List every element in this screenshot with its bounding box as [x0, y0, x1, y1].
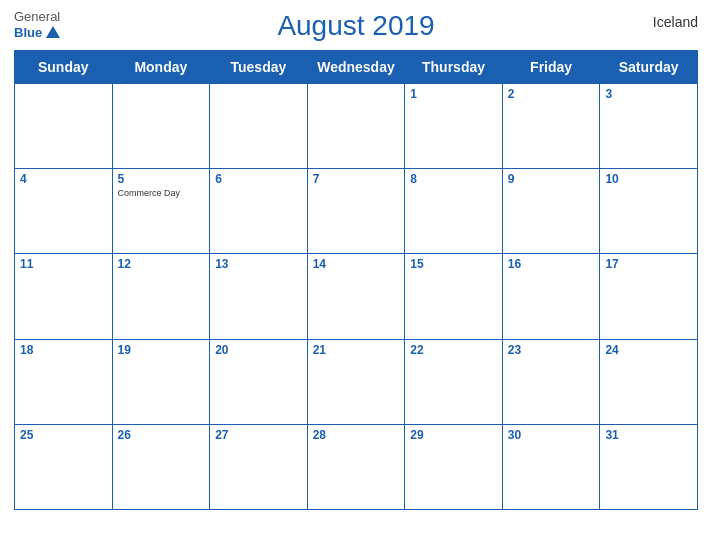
calendar-cell: 25: [15, 424, 113, 509]
calendar-cell: 31: [600, 424, 698, 509]
calendar-cell: 2: [502, 84, 600, 169]
calendar-header: General Blue August 2019 Iceland: [14, 10, 698, 42]
calendar-body: 12345Commerce Day67891011121314151617181…: [15, 84, 698, 510]
logo-icon: [44, 24, 62, 42]
calendar-week-row: 18192021222324: [15, 339, 698, 424]
day-number: 24: [605, 343, 692, 357]
day-number: 29: [410, 428, 497, 442]
day-number: 18: [20, 343, 107, 357]
calendar-cell: 30: [502, 424, 600, 509]
svg-marker-0: [46, 26, 60, 38]
day-number: 21: [313, 343, 400, 357]
calendar-cell: 11: [15, 254, 113, 339]
calendar-cell: 6: [210, 169, 308, 254]
weekday-header-row: Sunday Monday Tuesday Wednesday Thursday…: [15, 51, 698, 84]
logo-area: General Blue: [14, 10, 62, 42]
day-number: 22: [410, 343, 497, 357]
day-number: 15: [410, 257, 497, 271]
calendar-cell: 3: [600, 84, 698, 169]
calendar-week-row: 25262728293031: [15, 424, 698, 509]
day-number: 6: [215, 172, 302, 186]
day-number: 9: [508, 172, 595, 186]
calendar-cell: [15, 84, 113, 169]
day-number: 25: [20, 428, 107, 442]
logo-blue: Blue: [14, 26, 42, 40]
calendar-week-row: 123: [15, 84, 698, 169]
day-number: 1: [410, 87, 497, 101]
day-number: 5: [118, 172, 205, 186]
calendar-cell: 23: [502, 339, 600, 424]
day-number: 17: [605, 257, 692, 271]
weekday-thursday: Thursday: [405, 51, 503, 84]
day-number: 3: [605, 87, 692, 101]
calendar-cell: 16: [502, 254, 600, 339]
event-label: Commerce Day: [118, 188, 205, 198]
day-number: 4: [20, 172, 107, 186]
calendar-cell: 12: [112, 254, 210, 339]
day-number: 13: [215, 257, 302, 271]
calendar-container: General Blue August 2019 Iceland Sunday …: [0, 0, 712, 550]
day-number: 12: [118, 257, 205, 271]
day-number: 30: [508, 428, 595, 442]
calendar-cell: 18: [15, 339, 113, 424]
calendar-title: August 2019: [277, 10, 434, 42]
day-number: 23: [508, 343, 595, 357]
day-number: 26: [118, 428, 205, 442]
calendar-cell: [112, 84, 210, 169]
day-number: 20: [215, 343, 302, 357]
calendar-table: Sunday Monday Tuesday Wednesday Thursday…: [14, 50, 698, 510]
day-number: 14: [313, 257, 400, 271]
calendar-cell: 29: [405, 424, 503, 509]
calendar-cell: 24: [600, 339, 698, 424]
day-number: 31: [605, 428, 692, 442]
weekday-monday: Monday: [112, 51, 210, 84]
calendar-cell: 20: [210, 339, 308, 424]
calendar-cell: 15: [405, 254, 503, 339]
day-number: 7: [313, 172, 400, 186]
calendar-cell: 28: [307, 424, 405, 509]
calendar-cell: 5Commerce Day: [112, 169, 210, 254]
weekday-friday: Friday: [502, 51, 600, 84]
calendar-cell: 17: [600, 254, 698, 339]
day-number: 2: [508, 87, 595, 101]
calendar-week-row: 45Commerce Day678910: [15, 169, 698, 254]
logo-general: General: [14, 10, 60, 24]
calendar-cell: 26: [112, 424, 210, 509]
calendar-cell: 13: [210, 254, 308, 339]
calendar-cell: 8: [405, 169, 503, 254]
day-number: 8: [410, 172, 497, 186]
calendar-cell: 19: [112, 339, 210, 424]
calendar-cell: 7: [307, 169, 405, 254]
calendar-cell: [210, 84, 308, 169]
day-number: 11: [20, 257, 107, 271]
weekday-wednesday: Wednesday: [307, 51, 405, 84]
weekday-sunday: Sunday: [15, 51, 113, 84]
calendar-cell: 27: [210, 424, 308, 509]
country-label: Iceland: [653, 14, 698, 30]
day-number: 16: [508, 257, 595, 271]
calendar-cell: 4: [15, 169, 113, 254]
calendar-cell: 21: [307, 339, 405, 424]
calendar-cell: 9: [502, 169, 600, 254]
calendar-cell: [307, 84, 405, 169]
weekday-tuesday: Tuesday: [210, 51, 308, 84]
calendar-cell: 1: [405, 84, 503, 169]
day-number: 10: [605, 172, 692, 186]
calendar-cell: 10: [600, 169, 698, 254]
day-number: 27: [215, 428, 302, 442]
weekday-saturday: Saturday: [600, 51, 698, 84]
day-number: 19: [118, 343, 205, 357]
calendar-cell: 14: [307, 254, 405, 339]
day-number: 28: [313, 428, 400, 442]
calendar-cell: 22: [405, 339, 503, 424]
calendar-week-row: 11121314151617: [15, 254, 698, 339]
